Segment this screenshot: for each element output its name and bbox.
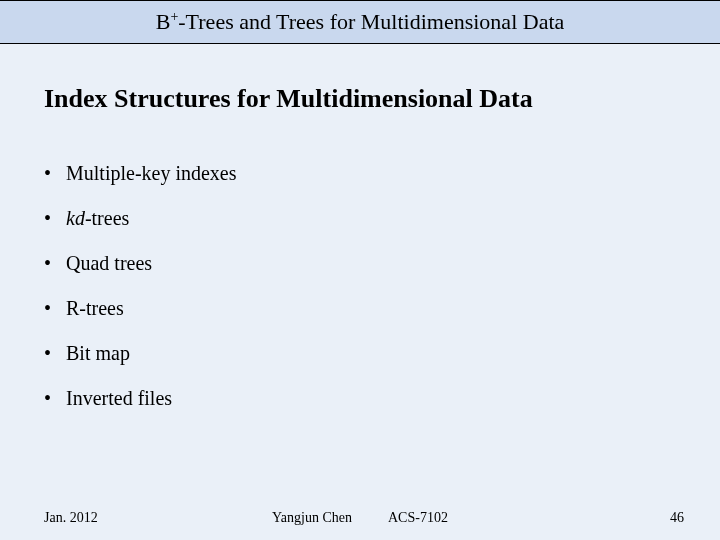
item-label: Bit map <box>66 342 130 364</box>
title-rest: -Trees and Trees for Multidimensional Da… <box>178 9 564 34</box>
footer-page: 46 <box>670 510 684 526</box>
footer: Jan. 2012 Yangjun Chen ACS-7102 46 <box>0 510 720 526</box>
item-label: -trees <box>85 207 129 229</box>
list-item: Multiple-key indexes <box>44 162 676 185</box>
slide: B+-Trees and Trees for Multidimensional … <box>0 0 720 540</box>
item-italic: kd <box>66 207 85 229</box>
slide-body: Index Structures for Multidimensional Da… <box>0 44 720 410</box>
slide-title: B+-Trees and Trees for Multidimensional … <box>156 9 565 35</box>
item-label: Multiple-key indexes <box>66 162 237 184</box>
item-label: Inverted files <box>66 387 172 409</box>
list-item: kd-trees <box>44 207 676 230</box>
list-item: Inverted files <box>44 387 676 410</box>
item-label: Quad trees <box>66 252 152 274</box>
footer-course: ACS-7102 <box>388 510 448 526</box>
bullet-list: Multiple-key indexes kd-trees Quad trees… <box>44 162 676 410</box>
list-item: R-trees <box>44 297 676 320</box>
section-heading: Index Structures for Multidimensional Da… <box>44 84 676 114</box>
title-bar: B+-Trees and Trees for Multidimensional … <box>0 0 720 44</box>
title-prefix: B <box>156 9 171 34</box>
footer-center: Yangjun Chen ACS-7102 <box>272 510 448 526</box>
list-item: Bit map <box>44 342 676 365</box>
footer-date: Jan. 2012 <box>44 510 98 526</box>
footer-author: Yangjun Chen <box>272 510 352 526</box>
list-item: Quad trees <box>44 252 676 275</box>
item-label: R-trees <box>66 297 124 319</box>
